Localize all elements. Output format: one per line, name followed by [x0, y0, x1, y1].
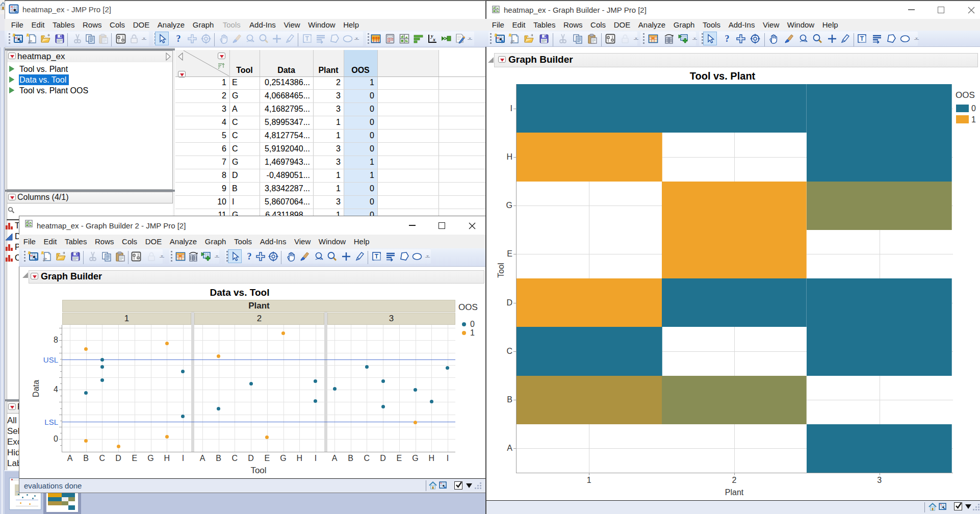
- svg-text:T: T: [860, 35, 864, 42]
- svg-text:T: T: [375, 253, 379, 260]
- svg-text:?: ?: [725, 34, 730, 44]
- svg-text:?: ?: [247, 251, 252, 262]
- svg-text:x: x: [432, 37, 435, 42]
- svg-text:?: ?: [176, 34, 181, 44]
- svg-text:T: T: [305, 35, 310, 42]
